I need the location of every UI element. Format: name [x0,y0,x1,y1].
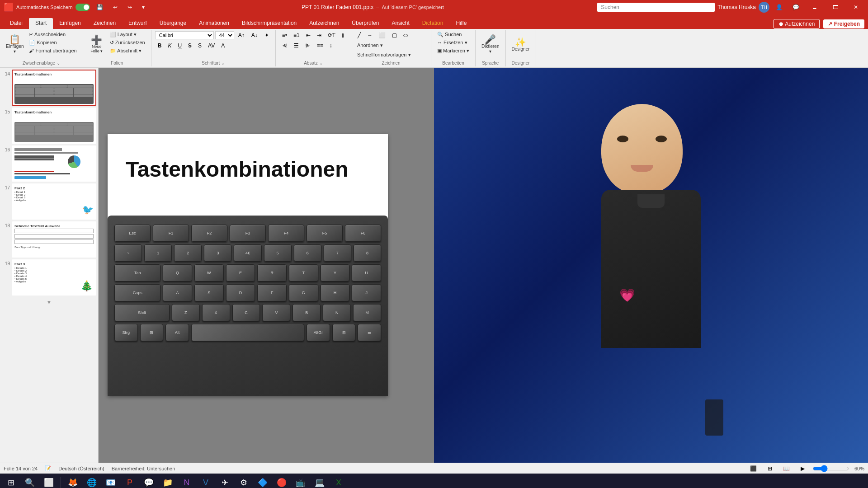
slide-thumb-16[interactable]: 16 [2,145,96,182]
tab-zeichnen[interactable]: Zeichnen [87,18,122,29]
taskbar-icon1[interactable]: ⚙ [235,474,253,488]
increase-font-btn[interactable]: A↑ [236,31,247,40]
designer-btn[interactable]: ✨ Designer [509,31,532,58]
comments-btn[interactable]: 💬 [789,2,803,12]
list-unordered-btn[interactable]: ≡• [279,31,290,40]
clear-format-btn[interactable]: ✦ [262,31,272,40]
autosave-toggle[interactable] [75,4,90,11]
slide-image-19[interactable]: Fakt 3 • Details 1 • Details 2 • Details… [12,259,96,296]
font-name-select[interactable]: Calibri [155,31,214,39]
strikethrough-btn[interactable]: S̶ [185,41,194,50]
tab-einfuegen[interactable]: Einfügen [53,18,87,29]
view-normal-btn[interactable]: ⬛ [747,464,760,473]
tab-aufzeichnen[interactable]: Aufzeichnen [303,18,345,29]
taskbar-edge[interactable]: 🌐 [83,474,101,488]
align-left-btn[interactable]: ⫷ [279,41,290,50]
einfuegen-btn[interactable]: 📋 Einfügen ▾ [4,31,26,58]
line-spacing-btn[interactable]: ↕ [327,41,335,50]
justify-btn[interactable]: ≡≡ [314,41,326,50]
slide-image-14[interactable]: Tastenkombinationen [12,70,96,106]
suchen-btn[interactable]: 🔍 Suchen [435,31,472,38]
slide-image-15[interactable]: Tastenkombinationen [12,108,96,144]
aufzeichnen-btn[interactable]: ⏺ Aufzeichnen [774,19,820,29]
align-center-btn[interactable]: ☰ [291,41,302,50]
diktieren-btn[interactable]: 🎤 Diktieren ▾ [479,31,501,58]
slide-thumb-14[interactable]: 14 Tastenkombinationen [2,70,96,106]
spacing-btn[interactable]: AV [205,41,217,50]
tab-entwurf[interactable]: Entwurf [122,18,153,29]
ausschneiden-btn[interactable]: ✂ Ausschneiden [27,31,79,38]
tab-uebergaenge[interactable]: Übergänge [153,18,193,29]
tab-start[interactable]: Start [29,18,53,29]
view-slide-sorter-btn[interactable]: ⊞ [765,464,775,473]
text-direction-btn[interactable]: ⟳T [325,31,338,40]
maximize-btn[interactable]: 🗖 [826,0,844,14]
neue-folie-btn[interactable]: ➕ Neue Folie ▾ [87,31,107,58]
layout-btn[interactable]: ⬜ Layout ▾ [108,31,147,38]
search-input[interactable] [597,3,715,12]
slide-thumb-19[interactable]: 19 Fakt 3 • Details 1 • Details 2 • Deta… [2,259,96,296]
slide-canvas[interactable]: Tastenkombinationen Esc F1 F2 F3 F4 F5 F… [108,134,388,396]
underline-btn[interactable]: U [175,41,184,50]
shape-arrow[interactable]: → [364,31,375,40]
language-indicator[interactable]: Deutsch (Österreich) [58,466,104,471]
save-button[interactable]: 💾 [93,2,107,12]
slide-thumb-17[interactable]: 17 Fakt 2 • Detail 1 • Detail 2 • Detail… [2,183,96,220]
zoom-slider[interactable] [813,465,849,472]
share-icon-btn[interactable]: 👤 [772,2,786,12]
notes-icon[interactable]: 📝 [45,465,51,471]
slide-thumb-15[interactable]: 15 Tastenkombinationen [2,108,96,144]
task-view-btn[interactable]: ⬜ [40,474,58,488]
shape-rounded[interactable]: ▢ [389,31,400,40]
redo-button[interactable]: ↪ [124,2,136,12]
slide-image-17[interactable]: Fakt 2 • Detail 1 • Detail 2 • Detail 3 … [12,183,96,220]
taskbar-icon2[interactable]: 🔷 [254,474,272,488]
bold-btn[interactable]: B [155,41,165,50]
zuruecksetzen-btn[interactable]: ↺ Zurücksetzen [108,39,147,47]
taskbar-icon5[interactable]: 💻 [311,474,329,488]
tab-hilfe[interactable]: Hilfe [449,18,473,29]
search-taskbar-btn[interactable]: 🔍 [21,474,39,488]
undo-button[interactable]: ↩ [109,2,121,12]
shape-oval[interactable]: ⬭ [401,31,410,40]
more-quick-access[interactable]: ▾ [138,2,148,12]
taskbar-icon3[interactable]: 🔴 [273,474,291,488]
columns-btn[interactable]: ⫿ [339,31,347,40]
slide-image-16[interactable] [12,145,96,182]
taskbar-firefox[interactable]: 🦊 [64,474,82,488]
taskbar-icon4[interactable]: 📺 [292,474,310,488]
arrange-btn[interactable]: Anordnen ▾ [355,42,385,49]
taskbar-powerpoint[interactable]: P [121,474,139,488]
markieren-btn[interactable]: ▣ Markieren ▾ [435,47,472,55]
minimize-btn[interactable]: 🗕 [806,0,824,14]
kopieren-btn[interactable]: 📄 Kopieren [27,39,79,47]
taskbar-mail[interactable]: 📧 [102,474,120,488]
tab-ueberpruefen[interactable]: Überprüfen [345,18,385,29]
view-presenter-btn[interactable]: ▶ [798,464,807,473]
align-right-btn[interactable]: ⫸ [302,41,313,50]
tab-bildschirmpraesentation[interactable]: Bildschirmpräsentation [236,18,303,29]
tab-datei[interactable]: Datei [4,18,29,29]
taskbar-onenote[interactable]: N [178,474,196,488]
close-btn[interactable]: ✕ [847,0,864,14]
tab-ansicht[interactable]: Ansicht [385,18,415,29]
shadow-btn[interactable]: S [195,41,204,50]
view-reading-btn[interactable]: 📖 [780,464,793,473]
ersetzen-btn[interactable]: ↔ Ersetzen ▾ [435,39,472,47]
taskbar-visio[interactable]: V [197,474,215,488]
font-color-btn[interactable]: A [218,41,227,50]
abschnitt-btn[interactable]: 📁 Abschnitt ▾ [108,47,147,55]
tab-animationen[interactable]: Animationen [193,18,236,29]
start-button[interactable]: ⊞ [2,474,20,488]
accessibility-btn[interactable]: Barrierefreiheit: Untersuchen [112,466,175,471]
tab-dictation[interactable]: Dictation [416,18,450,29]
shape-rect[interactable]: ⬜ [376,31,388,40]
slide-image-18[interactable]: Schnelle Textfeld Auswahl Zum Tipp und Ü… [12,221,96,258]
font-size-select[interactable]: 44 [215,31,234,39]
slide-thumb-18[interactable]: 18 Schnelle Textfeld Auswahl Zum Tipp un… [2,221,96,258]
shape-line[interactable]: ╱ [355,31,363,40]
taskbar-teams[interactable]: 💬 [140,474,158,488]
quick-styles-btn[interactable]: Schnellformatvorlagen ▾ [355,51,413,59]
format-ubertragen-btn[interactable]: 🖌 Format übertragen [27,47,79,54]
taskbar-files[interactable]: 📁 [159,474,177,488]
